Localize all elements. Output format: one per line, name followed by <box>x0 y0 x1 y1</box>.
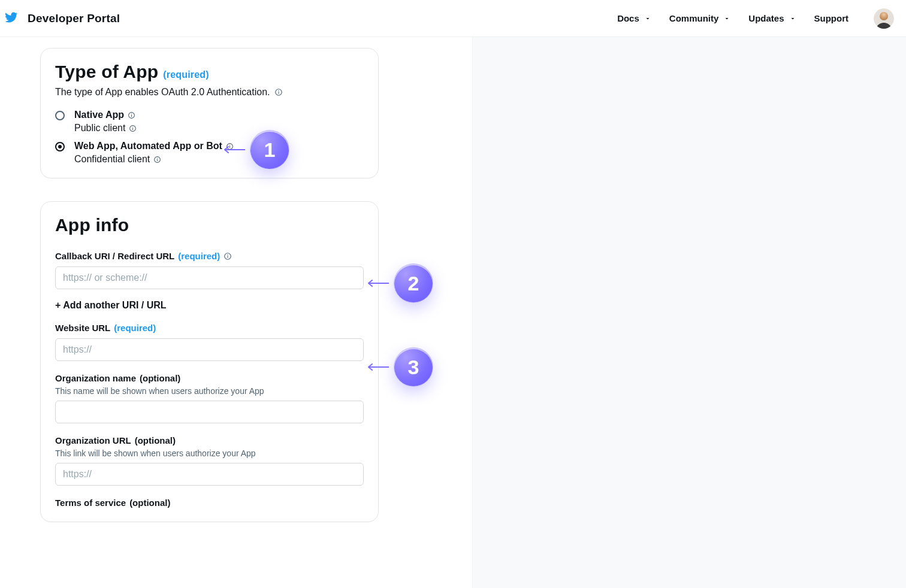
radio-indicator <box>55 142 65 151</box>
required-badge: (required) <box>114 323 156 333</box>
nav-updates[interactable]: Updates <box>748 13 796 23</box>
radio-web-app-label: Web App, Automated App or Bot <box>74 141 364 151</box>
brand: Developer Portal <box>5 11 120 26</box>
svg-point-3 <box>279 90 280 92</box>
step-badge-2: 2 <box>394 263 433 303</box>
organization-url-hint: This link will be shown when users autho… <box>55 448 364 458</box>
svg-rect-16 <box>157 159 158 160</box>
website-url-label-text: Website URL <box>55 323 110 333</box>
optional-badge: (optional) <box>135 435 176 445</box>
info-icon[interactable] <box>224 252 232 260</box>
nav-docs[interactable]: Docs <box>617 13 651 23</box>
radio-native-app-sub-text: Public client <box>74 123 125 134</box>
organization-name-group: Organization name (optional) This name w… <box>55 373 364 423</box>
organization-url-label: Organization URL (optional) <box>55 435 176 445</box>
chevron-down-icon <box>644 15 651 22</box>
info-icon[interactable] <box>153 156 161 163</box>
section-title: Type of App (required) <box>55 62 364 82</box>
radio-web-app[interactable]: Web App, Automated App or Bot Confidenti… <box>55 141 364 165</box>
callback-url-label-text: Callback URI / Redirect URL <box>55 251 174 261</box>
organization-name-input[interactable] <box>55 401 364 423</box>
callback-url-label: Callback URI / Redirect URL (required) <box>55 251 232 261</box>
optional-badge: (optional) <box>129 498 170 508</box>
radio-indicator <box>55 111 65 120</box>
tos-group: Terms of service (optional) <box>55 498 364 508</box>
right-gutter <box>472 37 906 588</box>
radio-native-app-text: Native App <box>74 110 124 120</box>
organization-name-hint: This name will be shown when users autho… <box>55 386 364 396</box>
svg-point-9 <box>132 126 133 127</box>
brand-title: Developer Portal <box>28 12 120 25</box>
radio-web-app-sub: Confidential client <box>74 154 364 165</box>
nav-updates-label: Updates <box>748 13 784 23</box>
nav-community-label: Community <box>669 13 719 23</box>
svg-rect-4 <box>279 92 279 94</box>
tos-label-text: Terms of service <box>55 498 126 508</box>
nav-support-label: Support <box>814 13 849 23</box>
section-subtitle: The type of App enables OAuth 2.0 Authen… <box>55 87 283 98</box>
tos-label: Terms of service (optional) <box>55 498 170 508</box>
organization-url-input[interactable] <box>55 463 364 486</box>
radio-native-app-label: Native App <box>74 110 364 120</box>
info-icon[interactable] <box>226 143 234 150</box>
step-badge-3: 3 <box>394 347 433 387</box>
add-another-uri-button[interactable]: + Add another URI / URL <box>55 300 364 311</box>
required-badge: (required) <box>178 251 220 261</box>
card-app-info: App info Callback URI / Redirect URL (re… <box>40 201 379 522</box>
card-type-of-app: Type of App (required) The type of App e… <box>40 48 379 178</box>
svg-rect-7 <box>131 114 132 116</box>
website-url-group: Website URL (required) <box>55 323 364 361</box>
callback-url-group: Callback URI / Redirect URL (required) +… <box>55 251 364 311</box>
svg-rect-10 <box>132 128 133 129</box>
type-of-app-title: Type of App <box>55 62 158 82</box>
content: Type of App (required) The type of App e… <box>0 37 472 588</box>
app-type-radio-group: Native App Public client <box>55 110 364 165</box>
organization-name-label: Organization name (optional) <box>55 373 180 383</box>
required-badge: (required) <box>163 69 209 80</box>
type-of-app-subtitle: The type of App enables OAuth 2.0 Authen… <box>55 87 270 98</box>
nav-support[interactable]: Support <box>814 13 849 23</box>
nav-community[interactable]: Community <box>669 13 731 23</box>
svg-point-6 <box>131 113 132 114</box>
app-info-title: App info <box>55 215 364 235</box>
info-icon[interactable] <box>129 125 137 132</box>
chevron-down-icon <box>789 15 796 22</box>
twitter-icon <box>5 11 18 26</box>
chevron-down-icon <box>723 15 730 22</box>
website-url-label: Website URL (required) <box>55 323 156 333</box>
nav-docs-label: Docs <box>617 13 639 23</box>
info-icon[interactable] <box>274 88 283 96</box>
svg-rect-13 <box>229 146 230 147</box>
radio-web-app-sub-text: Confidential client <box>74 154 150 165</box>
radio-native-app[interactable]: Native App Public client <box>55 110 364 134</box>
radio-native-app-sub: Public client <box>74 123 364 134</box>
organization-url-group: Organization URL (optional) This link wi… <box>55 435 364 486</box>
svg-point-18 <box>227 254 228 255</box>
avatar[interactable] <box>874 8 894 29</box>
radio-web-app-text: Web App, Automated App or Bot <box>74 141 222 151</box>
website-url-input[interactable] <box>55 338 364 361</box>
svg-point-12 <box>229 144 230 145</box>
svg-rect-19 <box>228 256 228 258</box>
svg-point-15 <box>157 157 158 158</box>
app-info-title-text: App info <box>55 215 129 235</box>
info-icon[interactable] <box>128 111 135 119</box>
page: Type of App (required) The type of App e… <box>0 37 906 588</box>
organization-name-label-text: Organization name <box>55 373 136 383</box>
svg-point-1 <box>880 12 888 20</box>
optional-badge: (optional) <box>140 373 180 383</box>
callback-url-input[interactable] <box>55 266 364 289</box>
top-nav: Docs Community Updates Support <box>617 8 894 29</box>
organization-url-label-text: Organization URL <box>55 435 131 445</box>
header: Developer Portal Docs Community Updates … <box>0 0 906 37</box>
